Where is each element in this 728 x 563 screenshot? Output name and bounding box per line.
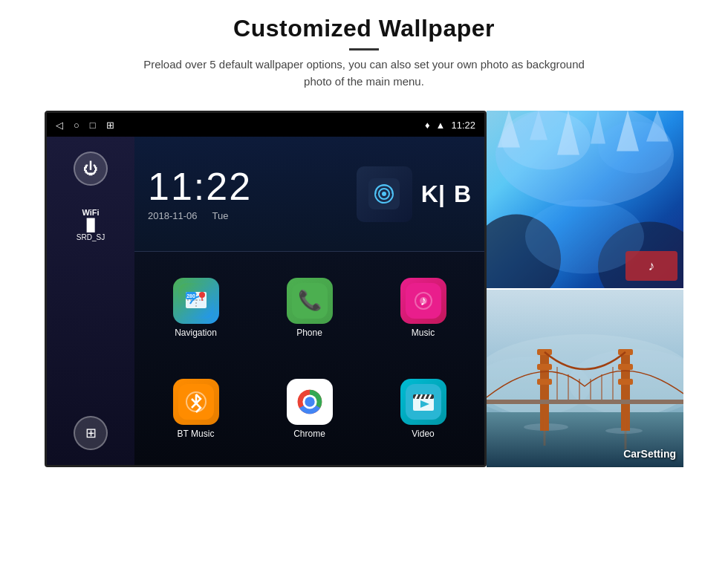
recents-icon: □ xyxy=(90,120,96,131)
android-screen: ◁ ○ □ ⊞ ♦ ▲ 11:22 ⏻ xyxy=(45,111,487,467)
status-bar: ◁ ○ □ ⊞ ♦ ▲ 11:22 xyxy=(47,113,484,137)
wallpaper-ice[interactable]: ♪ xyxy=(487,111,683,290)
chrome-icon xyxy=(287,379,333,425)
b-widget: B xyxy=(454,180,471,208)
radio-widget[interactable] xyxy=(357,166,412,222)
page-wrapper: Customized Wallpaper Preload over 5 defa… xyxy=(0,0,728,563)
status-time: 11:22 xyxy=(451,120,475,131)
svg-rect-52 xyxy=(537,364,552,370)
wallpaper-panel: ♪ xyxy=(487,111,683,467)
home-icon: ○ xyxy=(74,120,79,131)
status-left-icons: ◁ ○ □ ⊞ xyxy=(56,120,114,131)
video-label: Video xyxy=(412,429,434,439)
back-icon: ◁ xyxy=(56,120,63,131)
location-icon: ♦ xyxy=(425,120,430,131)
clock-info: 11:22 2018-11-06 Tue xyxy=(148,167,252,221)
left-sidebar: ⏻ WiFi ▐▌ SRD_SJ ⊞ xyxy=(47,137,134,465)
radio-icon xyxy=(368,178,400,209)
phone-label: Phone xyxy=(296,328,322,338)
page-subtitle: Preload over 5 default wallpaper options… xyxy=(134,56,594,90)
apps-grid: 280 Navigation xyxy=(134,252,484,465)
app-navigation[interactable]: 280 Navigation xyxy=(142,261,250,356)
video-icon xyxy=(400,379,446,425)
svg-point-21 xyxy=(305,397,314,406)
carsetting-label: CarSetting xyxy=(623,448,676,460)
power-button[interactable]: ⏻ xyxy=(74,152,108,186)
music-icon: ♪ xyxy=(400,278,446,324)
title-divider xyxy=(349,48,379,51)
k-widget: K| xyxy=(421,180,445,208)
screenshot-icon: ⊞ xyxy=(106,120,114,131)
svg-rect-64 xyxy=(487,400,683,404)
clock-date: 2018-11-06 Tue xyxy=(148,210,228,221)
chrome-label: Chrome xyxy=(293,429,325,439)
btmusic-label: BT Music xyxy=(178,429,215,439)
app-chrome[interactable]: Chrome xyxy=(256,362,363,457)
app-video[interactable]: Video xyxy=(369,362,477,457)
svg-rect-57 xyxy=(618,379,633,385)
phone-icon: 📞 xyxy=(287,278,333,324)
app-btmusic[interactable]: BT Music xyxy=(142,362,250,457)
clock-time: 11:22 xyxy=(148,167,252,206)
title-section: Customized Wallpaper Preload over 5 defa… xyxy=(134,15,594,90)
wifi-bars-icon: ▐▌ xyxy=(77,218,105,232)
page-title: Customized Wallpaper xyxy=(134,15,594,42)
btmusic-icon xyxy=(173,379,219,425)
svg-rect-56 xyxy=(618,364,633,370)
svg-text:📞: 📞 xyxy=(298,288,322,312)
svg-rect-53 xyxy=(537,379,552,385)
wifi-label: WiFi xyxy=(77,208,105,217)
apps-grid-icon: ⊞ xyxy=(85,425,97,441)
svg-text:280: 280 xyxy=(186,293,195,299)
power-icon: ⏻ xyxy=(83,160,98,178)
navigation-icon: 280 xyxy=(173,278,219,324)
music-label: Music xyxy=(412,328,435,338)
wallpaper-bridge[interactable]: CarSetting xyxy=(487,290,683,467)
wifi-network-name: SRD_SJ xyxy=(77,233,105,241)
svg-point-3 xyxy=(382,192,386,196)
clock-widgets: K| B xyxy=(357,166,471,222)
clock-date-value: 2018-11-06 xyxy=(148,210,198,221)
apps-button[interactable]: ⊞ xyxy=(74,416,108,450)
main-content-area: ⏻ WiFi ▐▌ SRD_SJ ⊞ xyxy=(47,137,484,465)
wifi-info: WiFi ▐▌ SRD_SJ xyxy=(77,208,105,241)
clock-day-value: Tue xyxy=(212,210,229,221)
clock-area: 11:22 2018-11-06 Tue xyxy=(134,137,484,252)
status-right-icons: ♦ ▲ 11:22 xyxy=(425,120,475,131)
app-phone[interactable]: 📞 Phone xyxy=(256,261,363,356)
navigation-label: Navigation xyxy=(175,328,217,338)
app-music[interactable]: ♪ Music xyxy=(369,261,477,356)
demo-area: ◁ ○ □ ⊞ ♦ ▲ 11:22 ⏻ xyxy=(45,111,683,467)
svg-text:♪: ♪ xyxy=(420,293,426,308)
svg-point-9 xyxy=(199,292,205,298)
wifi-status-icon: ▲ xyxy=(436,120,446,131)
center-area: 11:22 2018-11-06 Tue xyxy=(134,137,484,465)
